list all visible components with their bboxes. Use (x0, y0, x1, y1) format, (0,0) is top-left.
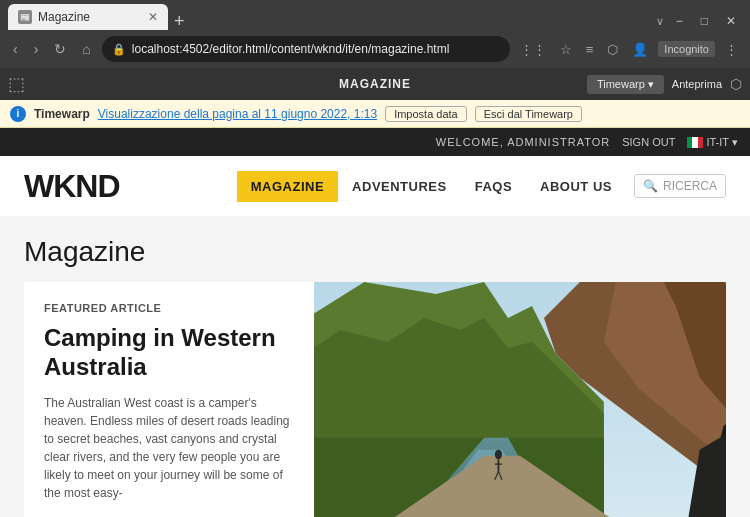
timewarp-button[interactable]: Timewarp ▾ (587, 75, 664, 94)
nav-item-magazine[interactable]: MAGAZINE (237, 171, 338, 202)
featured-title: Camping in Western Australia (44, 324, 294, 382)
active-tab[interactable]: 📰 Magazine ✕ (8, 4, 168, 30)
tab-bar: 📰 Magazine ✕ + ∨ − □ ✕ (0, 0, 750, 30)
set-date-button[interactable]: Imposta data (385, 106, 467, 122)
search-box[interactable]: 🔍 RICERCA (634, 174, 726, 198)
flag-green (687, 137, 703, 148)
svg-point-11 (495, 450, 502, 460)
exit-timewarp-button[interactable]: Esci dal Timewarp (475, 106, 582, 122)
lock-icon: 🔒 (112, 43, 126, 56)
url-text: localhost:4502/editor.html/content/wknd/… (132, 42, 500, 56)
menu-button[interactable]: ⋮ (721, 40, 742, 59)
home-button[interactable]: ⌂ (77, 39, 95, 59)
tab-favicon: 📰 (18, 10, 32, 24)
sign-out-link[interactable]: SIGN OUT (622, 136, 675, 148)
minimize-button[interactable]: − (670, 12, 689, 30)
maximize-button[interactable]: □ (695, 12, 714, 30)
featured-label: Featured Article (44, 302, 294, 314)
nav-item-about[interactable]: ABOUT US (526, 171, 626, 202)
site-nav: MAGAZINE ADVENTURES FAQS ABOUT US 🔍 RICE… (237, 171, 726, 202)
cms-page-title: MAGAZINE (339, 77, 411, 91)
timewarp-bar: i Timewarp Visualizzazione della pagina … (0, 100, 750, 128)
reload-button[interactable]: ↻ (49, 39, 71, 59)
share-button[interactable]: ⬡ (730, 76, 742, 92)
welcome-text: WELCOME, ADMINISTRATOR (436, 136, 610, 148)
cms-top-bar: ⬚ MAGAZINE Timewarp ▾ Anteprima ⬡ (0, 68, 750, 100)
timewarp-description[interactable]: Visualizzazione della pagina al 11 giugn… (98, 107, 377, 121)
tab-close-btn[interactable]: ✕ (148, 10, 158, 24)
profile-button[interactable]: 👤 (628, 40, 652, 59)
tab-title: Magazine (38, 10, 90, 24)
lang-label: IT-IT (706, 136, 729, 148)
site-admin-bar: WELCOME, ADMINISTRATOR SIGN OUT IT-IT ▾ (0, 128, 750, 156)
window-controls: ∨ − □ ✕ (656, 12, 742, 30)
search-icon: 🔍 (643, 179, 658, 193)
extensions-button[interactable]: ⋮⋮ (516, 40, 550, 59)
expand-icon: ∨ (656, 15, 664, 28)
site-header: WKND MAGAZINE ADVENTURES FAQS ABOUT US 🔍… (0, 156, 750, 216)
close-button[interactable]: ✕ (720, 12, 742, 30)
forward-button[interactable]: › (29, 39, 44, 59)
browser-window: 📰 Magazine ✕ + ∨ − □ ✕ ‹ › ↻ ⌂ 🔒 localho… (0, 0, 750, 517)
incognito-badge: Incognito (658, 41, 715, 57)
bookmark-button[interactable]: ☆ (556, 40, 576, 59)
new-tab-button[interactable]: + (174, 12, 185, 30)
language-selector[interactable]: IT-IT ▾ (687, 136, 738, 149)
reading-mode-button[interactable]: ≡ (582, 40, 598, 59)
featured-description: The Australian West coast is a camper's … (44, 394, 294, 502)
preview-button[interactable]: Anteprima (672, 78, 722, 90)
featured-image (314, 282, 726, 517)
featured-text-area: Featured Article Camping in Western Aust… (24, 282, 314, 517)
cms-top-bar-actions: Timewarp ▾ Anteprima ⬡ (587, 75, 742, 94)
page-title: Magazine (24, 236, 726, 268)
featured-card: Featured Article Camping in Western Aust… (24, 282, 726, 517)
info-icon: i (10, 106, 26, 122)
site-content: Magazine Featured Article Camping in Wes… (0, 216, 750, 517)
sidebar-toggle-button[interactable]: ⬚ (8, 73, 25, 95)
site-logo[interactable]: WKND (24, 168, 237, 205)
nav-item-faqs[interactable]: FAQS (461, 171, 526, 202)
nav-item-adventures[interactable]: ADVENTURES (338, 171, 461, 202)
address-bar-row: ‹ › ↻ ⌂ 🔒 localhost:4502/editor.html/con… (0, 30, 750, 68)
back-button[interactable]: ‹ (8, 39, 23, 59)
address-field[interactable]: 🔒 localhost:4502/editor.html/content/wkn… (102, 36, 510, 62)
timewarp-label: Timewarp (34, 107, 90, 121)
browser-actions: ⋮⋮ ☆ ≡ ⬡ 👤 Incognito ⋮ (516, 40, 742, 59)
screenshot-button[interactable]: ⬡ (603, 40, 622, 59)
search-placeholder: RICERCA (663, 179, 717, 193)
lang-dropdown-icon: ▾ (732, 136, 738, 149)
